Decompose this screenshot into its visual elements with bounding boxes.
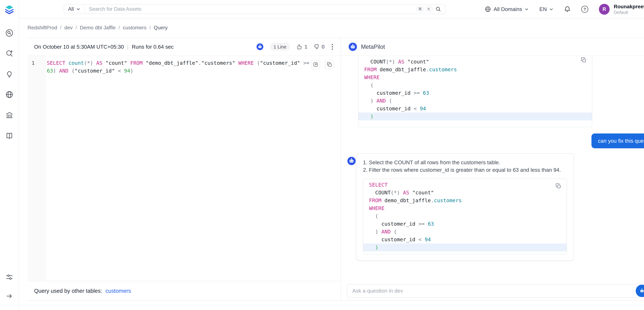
sidebar <box>0 0 19 310</box>
sidebar-item-domains[interactable] <box>5 90 14 99</box>
sql-token <box>56 68 59 74</box>
sql-token: customer_id <box>376 106 410 112</box>
sidebar-item-glossary[interactable] <box>5 131 14 140</box>
sql-token: ( <box>386 59 389 65</box>
thumbs-up-icon <box>296 44 302 50</box>
sidebar-collapse-button[interactable] <box>5 292 14 300</box>
breadcrumb-separator: / <box>60 25 62 31</box>
topbar-right: All Domains EN ? R Rounakpreet.ca <box>484 0 644 19</box>
breadcrumb-item[interactable]: Query <box>154 25 168 31</box>
downvote-button[interactable]: 0 <box>314 44 324 50</box>
thumbs-down-icon <box>314 44 320 50</box>
sql-token: customers <box>434 197 462 204</box>
sql-token <box>115 68 118 74</box>
sql-code-line: ( <box>363 212 566 220</box>
kebab-menu-icon <box>332 44 333 50</box>
chevron-down-icon <box>76 7 80 11</box>
sql-code-line: ) <box>358 113 592 120</box>
sql-token: SELECT <box>369 182 388 188</box>
chat-code-block-clipped: COUNT(*) AS "count"FROM demo_dbt_jaffle.… <box>358 56 592 127</box>
search-input[interactable] <box>85 6 416 12</box>
globe-icon <box>5 90 14 99</box>
global-search[interactable]: All ⌘K <box>64 4 446 14</box>
breadcrumb-item[interactable]: customers <box>123 25 146 31</box>
query-sql[interactable]: SELECT count(*) AS "count" FROM "demo_db… <box>46 56 340 281</box>
sql-token: * <box>394 190 397 196</box>
sql-code-line: COUNT(*) AS "count" <box>358 58 592 66</box>
sql-token <box>364 106 376 112</box>
notifications-button[interactable] <box>564 6 570 13</box>
expand-query-button[interactable] <box>311 60 320 69</box>
sql-token: COUNT <box>370 59 386 65</box>
sql-token <box>395 59 398 65</box>
response-step: 2. Filter the rows where customer_id is … <box>363 166 567 174</box>
sql-token: . <box>426 67 429 73</box>
user-workspace: Default <box>614 10 644 15</box>
query-duration: Runs for 0.64 sec <box>132 44 174 50</box>
sidebar-item-insights[interactable] <box>5 70 14 78</box>
sql-token <box>369 236 382 243</box>
help-button[interactable]: ? <box>581 6 588 13</box>
sql-token <box>254 60 257 66</box>
breadcrumb-item[interactable]: Demo dbt Jaffle <box>80 25 116 31</box>
breadcrumb-item[interactable]: RedshiftProd <box>28 25 57 31</box>
editor-gutter: 1 <box>28 56 46 281</box>
sql-token: ( <box>72 68 74 74</box>
upvote-button[interactable]: 1 <box>296 44 307 50</box>
copy-code-button[interactable] <box>581 57 586 63</box>
sidebar-item-discover[interactable] <box>5 49 14 58</box>
chat-area[interactable]: COUNT(*) AS "count"FROM demo_dbt_jaffle.… <box>341 56 644 281</box>
query-header-actions: 1 Line 1 0 <box>256 43 334 51</box>
sql-token <box>300 60 303 66</box>
sql-token: 63 <box>423 90 429 96</box>
sql-token: "count" <box>106 60 127 66</box>
sidebar-bottom <box>5 273 14 310</box>
sidebar-item-preferences[interactable] <box>5 273 14 281</box>
topbar: All ⌘K All Domains EN <box>19 0 644 19</box>
copy-code-button[interactable] <box>556 183 561 189</box>
sliders-icon <box>5 273 14 281</box>
sql-code-line: FROM demo_dbt_jaffle.customers <box>358 66 592 74</box>
metapilot-badge[interactable] <box>256 43 264 50</box>
language-selector[interactable]: EN <box>539 6 554 12</box>
more-options-button[interactable] <box>331 44 334 50</box>
sql-token: ( <box>389 98 392 104</box>
copy-icon <box>581 57 586 63</box>
sql-code-line: customer_id < 94 <box>363 236 566 243</box>
user-menu[interactable]: R Rounakpreet.ca Default <box>599 4 644 15</box>
sql-token: WHERE <box>238 60 254 66</box>
bell-icon <box>564 6 570 13</box>
sql-token: ( <box>257 60 260 66</box>
search-filter-dropdown[interactable]: All <box>64 5 85 14</box>
breadcrumb-separator: / <box>76 25 77 31</box>
robot-icon <box>256 43 264 50</box>
avatar[interactable]: R <box>599 4 610 15</box>
metapilot-panel: MetaPilot COUNT(*) AS "count"FROM demo_d… <box>341 38 644 300</box>
sql-token <box>369 229 375 235</box>
chat-code-block-1-lines: COUNT(*) AS "count"FROM demo_dbt_jaffle.… <box>358 58 592 120</box>
atlan-logo[interactable] <box>4 4 15 15</box>
metapilot-title: MetaPilot <box>361 44 385 50</box>
sql-token <box>382 197 384 204</box>
assistant-avatar <box>347 157 356 166</box>
sql-token: ) <box>90 60 93 66</box>
sql-token <box>374 98 376 104</box>
user-message-bubble: can you fix this query <box>592 133 644 148</box>
sql-code-line: customer_id >= 63 <box>358 89 592 97</box>
sql-token: FROM <box>130 60 143 66</box>
sql-token <box>127 60 130 66</box>
sidebar-item-assets[interactable] <box>5 29 14 37</box>
sql-code-line: FROM demo_dbt_jaffle.customers <box>363 197 566 204</box>
chat-input[interactable] <box>347 284 641 297</box>
sql-token: ( <box>394 229 397 235</box>
sidebar-item-governance[interactable] <box>5 111 14 119</box>
app-root: All ⌘K All Domains EN <box>0 0 644 310</box>
sql-token: "count" <box>412 190 434 196</box>
copy-query-button[interactable] <box>325 60 334 69</box>
sql-token: ( <box>391 190 394 196</box>
globe-icon <box>484 6 491 13</box>
breadcrumb-item[interactable]: dev <box>64 25 72 31</box>
sql-token: ) <box>370 113 374 119</box>
customers-link[interactable]: customers <box>106 288 131 294</box>
domains-selector[interactable]: All Domains <box>484 6 529 13</box>
